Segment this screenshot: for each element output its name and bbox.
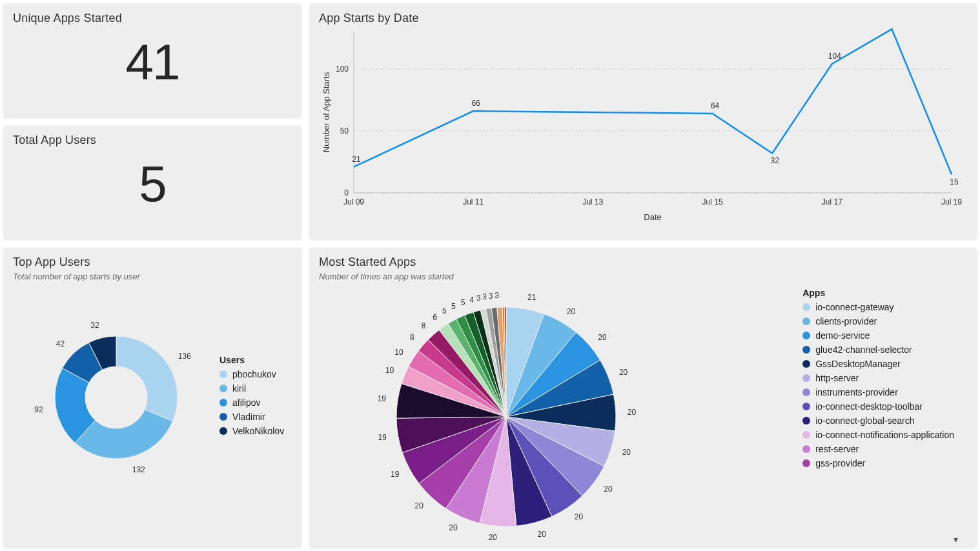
svg-text:132: 132 — [888, 25, 901, 26]
svg-text:0: 0 — [344, 188, 349, 197]
svg-text:Jul 13: Jul 13 — [582, 197, 603, 206]
svg-text:3: 3 — [482, 292, 487, 301]
svg-text:5: 5 — [451, 302, 456, 311]
pie-legend: io-connect-gatewayclients-providerdemo-s… — [802, 302, 954, 468]
legend-item[interactable]: demo-service — [802, 330, 954, 341]
legend-item[interactable]: afilipov — [219, 397, 284, 408]
chevron-down-icon[interactable]: ▾ — [954, 534, 958, 545]
svg-text:10: 10 — [385, 366, 394, 375]
legend-item[interactable]: Vladimir — [219, 412, 284, 422]
kpi-total-users-tile: Total App Users 5 — [4, 126, 301, 239]
svg-text:19: 19 — [391, 470, 400, 479]
svg-text:19: 19 — [378, 433, 387, 442]
kpi-unique-apps-title: Unique Apps Started — [13, 12, 292, 25]
svg-text:32: 32 — [771, 156, 780, 165]
pie-chart-tile: Most Started Apps Number of times an app… — [310, 248, 976, 547]
svg-text:Jul 09: Jul 09 — [343, 197, 364, 206]
svg-text:8: 8 — [410, 333, 414, 342]
pie-legend-title: Apps — [802, 288, 954, 298]
kpi-total-users-title: Total App Users — [13, 134, 292, 147]
legend-item[interactable]: rest-server — [802, 444, 954, 454]
svg-text:132: 132 — [132, 465, 145, 474]
legend-item[interactable]: pbochukov — [219, 369, 284, 379]
legend-item[interactable]: clients-provider — [802, 316, 954, 326]
donut-chart-title: Top App Users — [13, 255, 292, 269]
legend-item[interactable]: io-connect-notifications-application — [802, 430, 954, 440]
kpi-unique-apps-tile: Unique Apps Started 41 — [4, 4, 301, 117]
dashboard-grid: Unique Apps Started 41 App Starts by Dat… — [0, 0, 980, 551]
legend-item[interactable]: io-connect-gateway — [802, 302, 954, 312]
svg-text:20: 20 — [622, 448, 631, 457]
donut-chart-tile: Top App Users Total number of app starts… — [4, 248, 301, 547]
svg-text:42: 42 — [56, 339, 65, 348]
pie-chart-subtitle: Number of times an app was started — [319, 272, 967, 281]
svg-text:15: 15 — [950, 177, 959, 186]
legend-item[interactable]: gss-provider — [802, 458, 954, 468]
svg-text:20: 20 — [449, 523, 458, 532]
pie-chart: 2120202020202020202020201919191010886555… — [319, 288, 680, 546]
pie-chart-title: Most Started Apps — [319, 255, 967, 269]
line-chart: 050100Jul 09Jul 11Jul 13Jul 15Jul 17Jul … — [319, 25, 965, 232]
svg-text:104: 104 — [828, 52, 841, 61]
legend-item[interactable]: kiril — [219, 383, 284, 394]
svg-text:20: 20 — [575, 512, 584, 521]
legend-item[interactable]: http-server — [802, 373, 954, 383]
kpi-unique-apps-value: 41 — [13, 33, 292, 92]
legend-item[interactable]: glue42-channel-selector — [802, 345, 954, 355]
svg-text:20: 20 — [604, 485, 613, 494]
donut-legend-title: Users — [219, 355, 284, 365]
svg-text:32: 32 — [90, 321, 99, 330]
svg-text:136: 136 — [178, 352, 191, 361]
svg-text:3: 3 — [489, 292, 493, 301]
svg-text:Jul 17: Jul 17 — [822, 197, 842, 206]
svg-text:66: 66 — [472, 99, 481, 108]
svg-text:Jul 19: Jul 19 — [941, 197, 962, 206]
svg-text:20: 20 — [619, 368, 628, 377]
legend-item[interactable]: GssDesktopManager — [802, 359, 954, 369]
donut-chart: 136132924232 — [13, 301, 207, 494]
svg-text:5: 5 — [442, 306, 447, 316]
svg-text:64: 64 — [711, 101, 720, 110]
svg-text:92: 92 — [34, 405, 43, 414]
svg-text:5: 5 — [461, 298, 465, 307]
svg-text:100: 100 — [336, 65, 349, 74]
svg-text:Date: Date — [644, 212, 661, 222]
line-chart-title: App Starts by Date — [319, 12, 967, 25]
svg-text:20: 20 — [567, 307, 576, 316]
svg-text:19: 19 — [378, 394, 387, 403]
svg-text:3: 3 — [495, 291, 499, 300]
svg-text:Jul 11: Jul 11 — [463, 197, 484, 206]
svg-text:6: 6 — [433, 313, 437, 322]
svg-text:20: 20 — [488, 533, 497, 542]
legend-item[interactable]: io-connect-global-search — [802, 416, 954, 426]
svg-text:21: 21 — [527, 293, 536, 302]
svg-text:20: 20 — [415, 501, 424, 510]
svg-text:21: 21 — [352, 155, 361, 164]
legend-item[interactable]: instruments-provider — [802, 387, 954, 397]
svg-text:20: 20 — [538, 530, 547, 539]
legend-item[interactable]: VelkoNikolov — [219, 426, 284, 436]
svg-text:4: 4 — [469, 296, 474, 305]
donut-legend: pbochukovkirilafilipovVladimirVelkoNikol… — [219, 369, 284, 436]
kpi-total-users-value: 5 — [13, 155, 292, 214]
svg-text:Number of App Starts: Number of App Starts — [322, 72, 331, 152]
svg-text:20: 20 — [628, 408, 637, 417]
svg-text:20: 20 — [598, 333, 607, 342]
svg-text:50: 50 — [340, 126, 349, 135]
legend-item[interactable]: io-connect-desktop-toolbar — [802, 401, 954, 412]
svg-text:10: 10 — [394, 348, 403, 357]
line-chart-tile: App Starts by Date 050100Jul 09Jul 11Jul… — [310, 4, 976, 239]
donut-chart-subtitle: Total number of app starts by user — [13, 272, 292, 281]
svg-text:8: 8 — [422, 321, 426, 330]
svg-text:3: 3 — [476, 294, 481, 303]
svg-text:Jul 15: Jul 15 — [702, 197, 723, 206]
